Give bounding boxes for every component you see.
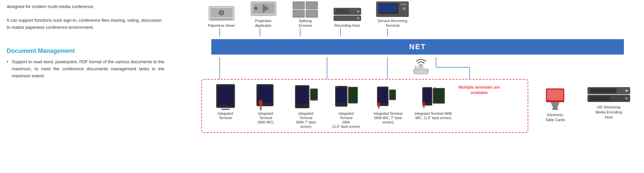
terminal-11inch-label: IntegratedTerminal(With11.6" back screen…: [332, 111, 360, 129]
hd-streaming-device: HD StreamingMedia EncodingHost: [584, 86, 634, 120]
svg-rect-2: [211, 19, 232, 20]
connectors-top: [201, 28, 641, 36]
svg-point-36: [426, 71, 428, 72]
svg-rect-72: [434, 89, 444, 102]
left-panel: designed for modern multi-media conferen…: [0, 0, 174, 173]
svg-point-15: [357, 10, 359, 12]
hd-streaming-label: HD StreamingMedia EncodingHost: [596, 105, 622, 120]
terminal-mic-7inch-svg: [376, 84, 401, 110]
router-icon-area: [411, 59, 431, 77]
connectors-bottom: [201, 57, 641, 79]
device-recording-host: Recording Host: [327, 5, 367, 28]
svg-rect-9: [293, 2, 305, 9]
top-connector-svg: [201, 28, 470, 36]
top-devices-row: Paperless Sever ProjectionApplicator: [195, 0, 641, 28]
terminal-7inch-svg: [293, 84, 319, 110]
svg-rect-58: [349, 88, 357, 101]
terminal-mic-svg: [255, 84, 277, 110]
terminal-mic-11inch-label: Integrated Terminal (WithMIC, 11.6" back…: [413, 111, 453, 120]
diagram-wrapper: Paperless Sever ProjectionApplicator: [178, 0, 641, 173]
svg-rect-77: [552, 108, 558, 110]
svg-rect-10: [306, 2, 318, 9]
svg-marker-76: [551, 102, 560, 109]
svg-rect-17: [336, 9, 349, 14]
svg-point-8: [254, 7, 258, 10]
svg-rect-61: [378, 88, 387, 103]
terminal-mic-7inch-icon: [376, 83, 401, 111]
svg-rect-55: [336, 88, 346, 103]
svg-rect-43: [218, 86, 233, 105]
svg-rect-59: [348, 86, 350, 88]
terminal-7inch-back: IntegratedTerminal(With 7" backscreen): [287, 83, 324, 129]
svg-point-20: [402, 7, 406, 10]
hd-streaming-svg: [587, 86, 631, 104]
terminal-7inch-label: IntegratedTerminal(With 7" backscreen): [296, 111, 316, 129]
paperless-sever-label: Paperless Sever: [208, 23, 235, 28]
right-devices: ElectronicTable Cards: [533, 79, 634, 123]
svg-point-69: [422, 102, 425, 106]
electronic-table-cards-device: ElectronicTable Cards: [533, 86, 577, 123]
bullet-list: Support to read word, powerpoint, PDF fo…: [7, 59, 164, 79]
terminal-7inch-icon: [293, 83, 319, 111]
terminal-mic-11inch-icon: [421, 83, 446, 111]
service-receiving-terminal-label: Service ReceivingTerminal: [378, 18, 407, 28]
svg-point-83: [625, 97, 628, 100]
terminal-basic-svg: [215, 84, 236, 110]
router-icon: [411, 59, 431, 76]
section-title: Document Management: [7, 48, 164, 55]
bullet-item-1: Support to read word, powerpoint, PDF fo…: [7, 59, 164, 79]
svg-rect-73: [434, 87, 435, 89]
right-panel: Paperless Sever ProjectionApplicator: [174, 0, 644, 173]
terminal-11inch-svg: [334, 84, 359, 110]
terminal-basic-label: IntegratedTerminal: [207, 111, 244, 120]
projection-applicator-icon: [249, 0, 278, 18]
paperless-sever-icon: [207, 5, 236, 23]
terminal-basic-icon: [213, 83, 238, 111]
svg-point-81: [625, 89, 628, 92]
intro-text-1: designed for modern multi-media conferen…: [7, 3, 164, 10]
svg-rect-22: [400, 3, 407, 5]
svg-rect-53: [311, 90, 317, 98]
svg-rect-51: [297, 87, 308, 104]
device-splicing-screens: SplicingScreens: [285, 0, 325, 28]
projection-applicator-label: ProjectionApplicator: [255, 18, 272, 28]
multiple-terminals-area: Multiple terminals are available: [459, 83, 500, 98]
svg-rect-80: [590, 88, 616, 93]
svg-rect-56: [336, 86, 337, 88]
svg-rect-14: [334, 16, 361, 21]
terminal-11inch-back: IntegratedTerminal(With11.6" back screen…: [328, 83, 365, 129]
device-service-receiving-terminal: Service ReceivingTerminal: [369, 0, 416, 28]
terminal-mic-11inch: Integrated Terminal (WithMIC, 11.6" back…: [412, 83, 455, 120]
svg-point-16: [357, 17, 359, 19]
svg-rect-11: [293, 10, 305, 17]
electronic-table-cards-label: ElectronicTable Cards: [545, 112, 565, 123]
svg-rect-21: [378, 5, 397, 12]
terminal-integrated-basic: IntegratedTerminal: [207, 83, 244, 120]
svg-rect-75: [547, 89, 563, 100]
device-paperless-sever: Paperless Sever: [201, 5, 241, 28]
intro-text-2: It can support functions such sign-in, c…: [7, 17, 164, 31]
svg-rect-49: [260, 108, 262, 109]
svg-line-39: [419, 66, 419, 69]
net-bar: NET: [211, 39, 624, 55]
svg-point-63: [377, 102, 380, 107]
terminals-dashed-box: IntegratedTerminal: [201, 79, 528, 133]
terminal-mic-label: IntegratedTerminal(With MIC): [258, 111, 274, 124]
svg-rect-70: [423, 87, 424, 89]
main-container: designed for modern multi-media conferen…: [0, 0, 644, 173]
svg-rect-65: [390, 91, 395, 98]
splicing-screens-icon: [291, 0, 320, 18]
svg-rect-12: [306, 10, 318, 17]
terminal-integrated-mic: IntegratedTerminal(With MIC): [247, 83, 284, 124]
svg-rect-82: [590, 96, 610, 101]
recording-host-label: Recording Host: [334, 23, 360, 28]
terminal-mic-11inch-svg: [421, 84, 446, 110]
svg-rect-67: [423, 89, 431, 103]
terminal-mic-7inch-label: Integrated Terminal(With MIC, 7" backscr…: [370, 111, 407, 124]
svg-rect-35: [414, 69, 428, 74]
service-receiving-terminal-icon: [376, 0, 409, 18]
terminal-11inch-icon: [334, 83, 359, 111]
bottom-connector-svg: [201, 57, 503, 79]
svg-line-37: [415, 66, 416, 69]
svg-point-48: [259, 100, 263, 106]
